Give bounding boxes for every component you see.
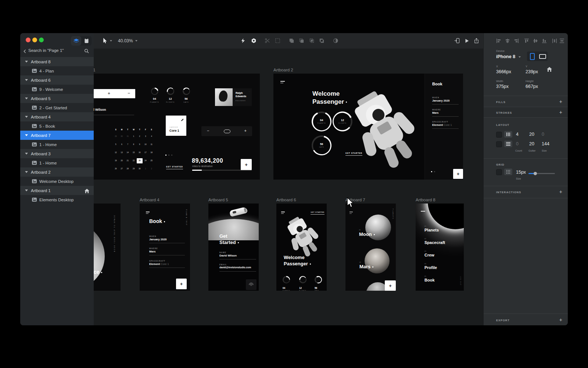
artboard-7-frame[interactable]: PLANETS 01 Moon 02 Mars + [345,204,396,291]
calendar-day[interactable]: 18 [148,149,154,157]
align-center-h-icon[interactable] [505,38,510,45]
window-zoom-button[interactable] [39,38,44,42]
calendar-day[interactable]: 3 [143,132,148,141]
slider-thumb[interactable] [534,172,537,175]
interactions-section-header[interactable]: INTERACTIONS [496,191,521,194]
align-bottom-icon[interactable] [542,38,547,45]
play-preview-button[interactable] [463,38,470,44]
disclosure-triangle-icon[interactable] [25,61,28,63]
calendar-day[interactable]: 1 [131,132,137,141]
get-started-link[interactable]: GET STARTED [345,152,362,156]
where-value[interactable]: Mars [432,111,439,114]
boolean-exclude-icon[interactable] [319,38,325,44]
marquee-icon[interactable] [275,38,281,44]
calendar-day[interactable]: 8 [131,141,137,149]
artboard-1-label[interactable]: Artboard 1 [94,68,96,72]
cursor-tool-button[interactable] [102,38,108,44]
email-input[interactable]: david@invisionstudio.com [219,266,251,269]
menu-item-spacecraft[interactable]: 02Spacecraft [424,238,445,245]
fills-section-header[interactable]: FILLS [496,100,506,104]
add-fill-button[interactable]: + [559,100,562,103]
strokes-section-header[interactable]: STROKES [496,111,512,114]
sidebar-item-artboard-5[interactable]: Artboard 5 [20,94,94,103]
grid-size-slider[interactable] [528,173,555,174]
export-section-header[interactable]: EXPORT [496,319,510,322]
calendar-day[interactable]: 29 [113,132,119,141]
sidebar-layer-5-book[interactable]: 5 - Book [20,121,94,131]
calendar-day[interactable]: 16 [137,149,143,157]
artboard-4-frame[interactable]: PLAN A TRIP Book WHEN January 2020 WHERE… [140,204,190,291]
sidebar-layer-9-welcome[interactable]: 9 - Welcome [20,85,94,94]
artboard-4-label[interactable]: Artboard 4 [140,198,159,202]
add-interaction-button[interactable]: + [559,190,562,194]
boolean-intersect-icon[interactable] [309,38,315,44]
columns-size[interactable]: 0 [542,132,544,137]
sidebar-item-artboard-8[interactable]: Artboard 8 [20,57,94,66]
disclosure-triangle-icon[interactable] [25,190,28,191]
grid-icon[interactable] [504,169,512,175]
spacecraft-value[interactable]: Element Core 1 [432,123,452,127]
preview-device-icon[interactable] [454,38,460,44]
sidebar-item-artboard-4[interactable]: Artboard 4 [20,112,94,121]
calendar-day[interactable]: 4 [148,132,154,141]
calendar-day[interactable]: 25 [148,157,154,165]
disclosure-triangle-icon[interactable] [25,134,28,136]
get-started-link[interactable]: GET STARTED [166,166,183,169]
calendar-day[interactable]: 17 [143,149,148,157]
calendar-day[interactable]: 31 [125,132,130,141]
get-started-link[interactable]: GET STARTED [311,212,325,215]
disclosure-triangle-icon[interactable] [25,79,28,81]
calendar-day[interactable]: 22 [131,157,137,165]
moon-label[interactable]: Moon [359,231,375,237]
component-hexagon-icon[interactable] [251,38,257,44]
search-input[interactable]: Search in "Page 1" [28,48,64,53]
where-value[interactable]: Mars [149,250,156,253]
artboard-1-frame[interactable]: + − 04PLANETS12FLIGHTS56DAYS Ralph Edwar… [94,74,260,180]
rows-count[interactable]: 0 [516,141,519,146]
calendar-day[interactable]: 30 [137,165,143,173]
add-button[interactable]: + [453,169,463,179]
when-value[interactable]: January 2020 [149,238,167,241]
menu-item-crew[interactable]: 03Crew [424,251,434,257]
calendar-day[interactable]: 19 [113,157,119,165]
sidebar-layer-welcome-desktop[interactable]: Welcome Desktop [20,177,94,186]
columns-checkbox[interactable] [496,132,502,138]
tool-dropdown-caret[interactable] [110,40,112,42]
height-value[interactable]: 667px [526,84,538,89]
calendar-day[interactable]: 14 [125,149,130,157]
mars-label[interactable]: Mars [359,264,373,269]
calendar-day[interactable]: 6 [119,141,125,149]
calendar-day[interactable]: 7 [125,141,130,149]
add-stroke-button[interactable]: + [559,110,562,114]
artboard-2-frame[interactable]: Welcome Passenger 04PLANETS12FLIGHTS56DA… [273,74,463,180]
pages-tab[interactable] [81,36,92,46]
lightning-icon[interactable] [240,38,246,44]
home-screen-icon[interactable] [547,67,552,72]
add-export-button[interactable]: + [559,318,562,322]
y-value[interactable]: 239px [526,69,538,74]
zoom-dropdown-caret[interactable] [135,40,137,42]
stepper-plus[interactable]: + [244,128,247,133]
name-input[interactable]: David Wilson [219,254,237,257]
columns-layout-icon[interactable] [504,131,512,138]
calendar-day[interactable]: 26 [113,165,119,173]
artboard-3-frame[interactable]: BOOK YOUR TRIP TO SPACE Space [94,204,121,291]
window-minimize-button[interactable] [32,38,37,42]
stepper-minus[interactable]: − [207,128,209,133]
sidebar-item-artboard-6[interactable]: Artboard 6 [20,75,94,85]
search-icon[interactable] [84,49,89,53]
device-select[interactable]: iPhone 8 [496,54,515,59]
calendar-day[interactable]: 15 [131,149,137,157]
x-value[interactable]: 3666px [496,69,511,74]
boolean-union-icon[interactable] [288,38,295,44]
rows-layout-icon[interactable] [504,141,512,147]
rows-checkbox[interactable] [496,141,502,147]
zoom-level[interactable]: 40.03% [118,38,133,43]
window-close-button[interactable] [26,38,31,42]
layout-section-header[interactable]: LAYOUT [496,123,509,127]
artboard-2-label[interactable]: Artboard 2 [273,68,293,72]
sidebar-layer-elements-desktop[interactable]: Elements Desktop [20,195,94,204]
grid-section-header[interactable]: GRID [496,163,505,166]
artboard-8-label[interactable]: Artboard 8 [416,198,435,202]
calendar-day[interactable]: 29 [131,165,137,173]
